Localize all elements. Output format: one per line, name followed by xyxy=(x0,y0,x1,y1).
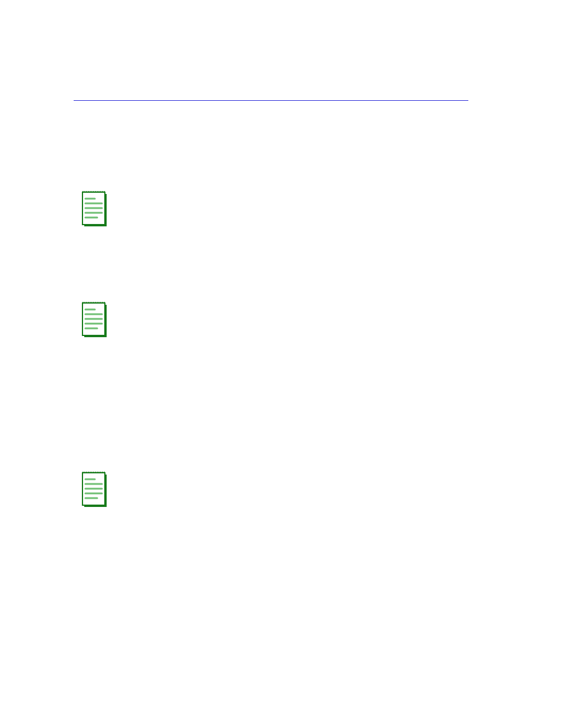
intro-p1: To change the default jumper settings fo… xyxy=(74,119,469,132)
note-block-3: NOTE: Do not try to change the JP2 jumpe… xyxy=(82,469,468,508)
intro-p2-prefix: For the xyxy=(74,150,100,159)
note-label: NOTE: xyxy=(116,470,142,479)
note-body: Do not try to change the JP2 jumper posi… xyxy=(116,190,468,212)
page: Connecting to the Network To change the … xyxy=(0,0,562,728)
mid-paragraph-2: For 6H202-24, one of the following happe… xyxy=(74,355,469,368)
bullet-marker: • xyxy=(84,428,97,453)
mid2-product: 6H202-24 xyxy=(88,357,122,365)
intro-p2: For the 6H258-17, the jumper is located … xyxy=(74,149,469,174)
bullet-2: • If card 2 is installed in slot 2, you … xyxy=(84,428,461,453)
mid-paragraph-1: For the 6H259-17, the jumper is located … xyxy=(74,244,469,269)
note-block-1: NOTE: Do not try to change the JP2 jumpe… xyxy=(82,188,468,227)
mid2-rest: , one of the following happens: xyxy=(122,357,224,365)
bullet-marker: • xyxy=(84,376,97,414)
note-icon xyxy=(82,300,108,338)
mid2-prefix: For xyxy=(74,357,88,365)
note-text-cell: NOTE: Do not try to change the JP2 jumpe… xyxy=(116,299,468,324)
note-icon-cell xyxy=(82,469,116,508)
header-rule xyxy=(74,100,468,101)
note-text-cell: NOTE: Do not try to change the JP2 jumpe… xyxy=(116,188,468,213)
bullet-1: • If card 1 is installed in slot 1, the … xyxy=(84,376,461,414)
bullet-text: If card 1 is installed in slot 1, the JP… xyxy=(97,376,461,414)
mid1-product: 6H259-17 xyxy=(100,246,134,255)
footer-doc-ref: 6H202-24, 6H252-17, 6H258-17, 6H259-17 S… xyxy=(74,688,318,697)
note-icon xyxy=(82,189,108,227)
intro-p2-product: 6H258-17 xyxy=(100,150,134,159)
mid1-prefix: For the xyxy=(74,246,100,255)
bullet-text: If card 2 is installed in slot 2, you ca… xyxy=(97,428,461,453)
footer-page-number: 3-15 xyxy=(454,688,469,697)
note-icon-cell xyxy=(82,299,116,338)
note-block-2: NOTE: Do not try to change the JP2 jumpe… xyxy=(82,299,468,338)
note-icon-cell xyxy=(82,188,116,227)
running-head: Connecting to the Network xyxy=(303,87,389,96)
note-text-cell: NOTE: Do not try to change the JP2 jumpe… xyxy=(116,469,468,494)
note-label: NOTE: xyxy=(116,190,142,199)
note-icon xyxy=(82,470,108,508)
note-label: NOTE: xyxy=(116,301,142,309)
note-body: Do not try to change the JP2 jumper posi… xyxy=(116,301,468,322)
note-body: Do not try to change the JP2 jumper posi… xyxy=(116,470,468,492)
